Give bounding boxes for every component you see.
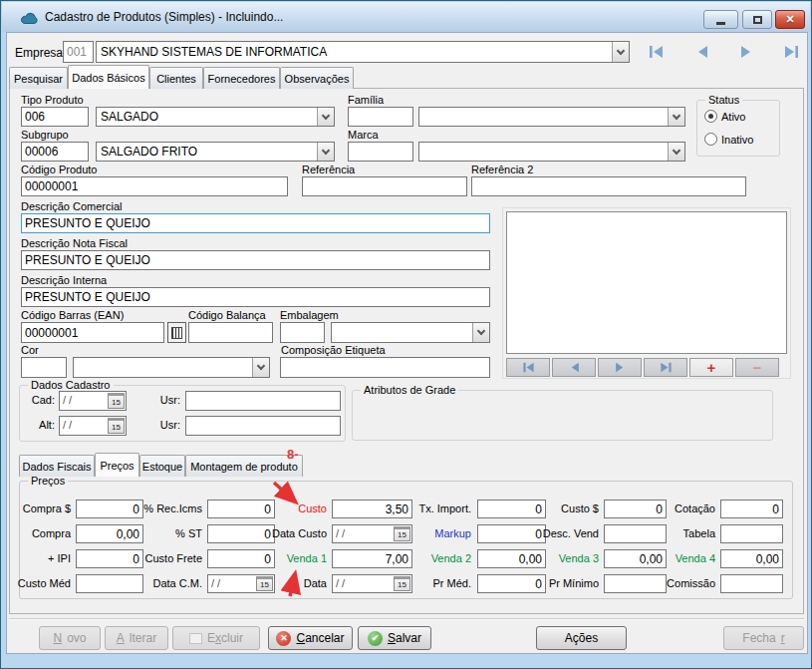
chevron-down-icon[interactable]: [472, 323, 489, 342]
next-record-button[interactable]: [740, 45, 753, 63]
precos-field-data-c-m[interactable]: / /15: [207, 574, 275, 593]
tab-fornecedores[interactable]: Fornecedores: [203, 67, 280, 89]
radio-inativo[interactable]: Inativo: [704, 133, 753, 146]
precos-field-rec-icms[interactable]: [207, 500, 275, 518]
chevron-down-icon[interactable]: [668, 143, 684, 161]
chevron-down-icon[interactable]: [252, 358, 269, 377]
precos-field-compra[interactable]: [76, 524, 143, 543]
radio-ativo[interactable]: Ativo: [704, 110, 745, 123]
cor-code-field[interactable]: [21, 357, 67, 378]
tab-clientes[interactable]: Clientes: [149, 67, 203, 89]
acoes-button[interactable]: Ações: [536, 626, 627, 650]
alt-usr-field[interactable]: [185, 416, 341, 436]
cloud-app-icon: [20, 10, 39, 25]
subgrupo-combobox[interactable]: SALGADO FRITO: [96, 142, 335, 162]
embalagem-label: Embalagem: [280, 309, 339, 321]
tab-montagem-produto[interactable]: Montagem de produto: [185, 455, 303, 477]
subgrupo-code-field[interactable]: [21, 142, 89, 162]
image-remove-button[interactable]: −: [735, 358, 779, 377]
alt-date-field[interactable]: / / 15: [59, 416, 127, 436]
excluir-button[interactable]: Excluir: [172, 626, 260, 650]
precos-field-venda-4[interactable]: [720, 549, 783, 568]
close-button[interactable]: ✕: [775, 10, 805, 29]
tipo-produto-code-field[interactable]: [21, 107, 89, 127]
chevron-down-icon[interactable]: [668, 108, 684, 126]
familia-combobox[interactable]: [418, 107, 685, 127]
fechar-button[interactable]: Fechar: [723, 626, 804, 650]
precos-field-tx-import[interactable]: [477, 500, 546, 518]
calendar-icon[interactable]: 15: [394, 526, 410, 541]
previous-record-button[interactable]: [695, 45, 708, 63]
chevron-down-icon[interactable]: [612, 42, 629, 62]
alterar-button[interactable]: Alterar: [105, 626, 168, 650]
referencia-field[interactable]: [302, 176, 467, 196]
composicao-etiqueta-field[interactable]: [280, 357, 490, 378]
chevron-down-icon[interactable]: [317, 108, 334, 126]
embalagem-combobox[interactable]: [331, 322, 490, 343]
image-previous-button[interactable]: [552, 358, 596, 377]
calendar-icon[interactable]: 15: [108, 393, 125, 409]
calendar-icon[interactable]: 15: [256, 576, 273, 591]
calendar-icon[interactable]: 15: [108, 418, 125, 434]
precos-field-custo[interactable]: [604, 500, 667, 518]
descricao-comercial-field[interactable]: [21, 213, 490, 233]
image-last-button[interactable]: [644, 358, 687, 377]
precos-field-comissao[interactable]: [720, 574, 783, 593]
image-first-button[interactable]: [506, 358, 550, 377]
minus-icon: −: [753, 360, 762, 375]
familia-code-field[interactable]: [348, 107, 413, 127]
precos-field-custo-frete[interactable]: [207, 549, 275, 568]
descricao-interna-field[interactable]: [21, 287, 490, 307]
empresa-code-field[interactable]: [63, 41, 94, 63]
descricao-nota-fiscal-field[interactable]: [21, 250, 490, 270]
precos-field-venda-1[interactable]: [332, 549, 412, 568]
precos-field-cotacao[interactable]: [720, 500, 783, 518]
referencia-2-field[interactable]: [471, 176, 746, 196]
image-add-button[interactable]: +: [689, 358, 733, 377]
maximize-icon: [753, 16, 762, 24]
codigo-balanca-field[interactable]: [188, 322, 273, 343]
embalagem-code-field[interactable]: [280, 322, 325, 343]
precos-field-desc-vend[interactable]: [604, 524, 667, 543]
chevron-down-icon[interactable]: [317, 143, 334, 161]
minimize-button[interactable]: [703, 10, 738, 29]
maximize-button[interactable]: [742, 10, 772, 29]
precos-field-custo[interactable]: [332, 500, 412, 518]
precos-field-venda-2[interactable]: [477, 549, 546, 568]
precos-field-tabela[interactable]: [720, 524, 783, 543]
marca-combobox[interactable]: [418, 142, 685, 162]
referencia-2-label: Referência 2: [471, 164, 533, 175]
image-next-button[interactable]: [598, 358, 642, 377]
precos-field-st[interactable]: [207, 524, 275, 543]
precos-field-venda-3[interactable]: [604, 549, 667, 568]
calendar-icon[interactable]: 15: [394, 576, 410, 591]
last-record-button[interactable]: [784, 45, 799, 63]
cad-usr-field[interactable]: [185, 391, 341, 411]
tab-observacoes[interactable]: Observações: [280, 67, 354, 89]
precos-field-data-custo[interactable]: / /15: [332, 524, 412, 543]
tab-precos[interactable]: Preços: [95, 453, 139, 477]
cancelar-button[interactable]: ✕ Cancelar: [268, 626, 353, 650]
empresa-combobox[interactable]: SKYHAND SISTEMAS DE INFORMATICA: [96, 41, 630, 63]
salvar-button[interactable]: ✔ Salvar: [358, 626, 431, 650]
tab-dados-basicos[interactable]: Dados Básicos: [68, 65, 149, 89]
novo-button[interactable]: Novo: [39, 626, 101, 650]
tab-pesquisar[interactable]: Pesquisar: [9, 67, 68, 89]
precos-field-markup[interactable]: [477, 524, 546, 543]
precos-field-pr-med[interactable]: [477, 574, 546, 593]
codigo-produto-field[interactable]: [21, 176, 288, 196]
precos-field-data[interactable]: / /15: [332, 574, 412, 593]
tab-dados-fiscais[interactable]: Dados Fiscais: [19, 455, 95, 477]
precos-field-ipi[interactable]: [76, 549, 143, 568]
first-record-button[interactable]: [649, 45, 664, 63]
cor-combobox[interactable]: [73, 357, 270, 378]
codigo-barras-field[interactable]: [21, 322, 164, 343]
tab-estoque[interactable]: Estoque: [139, 455, 185, 477]
tipo-produto-combobox[interactable]: SALGADO: [96, 107, 335, 127]
cad-date-field[interactable]: / / 15: [59, 391, 127, 411]
barcode-button[interactable]: [167, 322, 186, 343]
precos-field-compra[interactable]: [76, 500, 143, 518]
marca-code-field[interactable]: [348, 142, 413, 162]
precos-field-custo-med[interactable]: [76, 574, 143, 593]
precos-field-pr-minimo[interactable]: [604, 574, 667, 593]
